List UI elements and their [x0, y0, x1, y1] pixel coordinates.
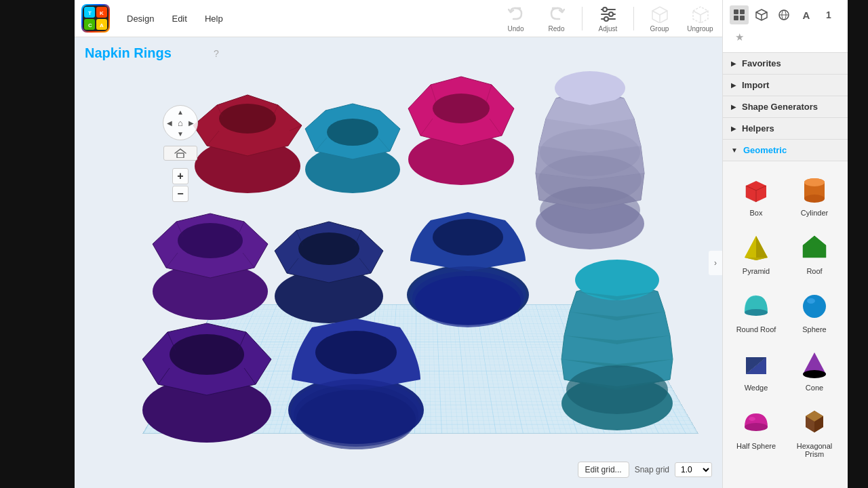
snap-grid-label: Snap grid — [635, 465, 669, 474]
panel-toggle-arrow[interactable]: › — [709, 251, 722, 275]
redo-label: Redo — [549, 25, 565, 33]
svg-text:A: A — [100, 22, 104, 28]
right-panel: A 1 ★ ▶ Favorites ▶ Import ▶ Shape Gener… — [722, 0, 848, 488]
shape-generators-title: Shape Generators — [742, 102, 818, 112]
panel-sphere-icon[interactable] — [774, 5, 793, 24]
shapes-grid: Box Cylinder — [723, 161, 848, 469]
panel-number-icon[interactable]: 1 — [819, 5, 838, 24]
geometric-section-header[interactable]: ▼ Geometric — [723, 140, 848, 161]
svg-rect-43 — [734, 9, 738, 14]
svg-text:C: C — [88, 22, 92, 28]
svg-text:K: K — [100, 10, 104, 16]
nav-compass[interactable]: ▲ ◀ ⌂ ▶ ▼ — [163, 105, 198, 140]
redo-button[interactable]: Redo — [541, 5, 572, 33]
toolbar: T K C A Design Edit Help Undo — [75, 0, 722, 37]
nav-s[interactable]: ▼ — [175, 128, 186, 139]
box-icon — [739, 172, 773, 206]
toolbar-divider-1 — [582, 7, 583, 30]
panel-cube-icon[interactable] — [752, 5, 771, 24]
shape-sphere[interactable]: Sphere — [788, 285, 841, 338]
cylinder-icon — [797, 172, 831, 206]
svg-point-20 — [555, 71, 625, 105]
zoom-out-button[interactable]: − — [172, 186, 189, 202]
svg-point-34 — [575, 260, 659, 300]
group-button[interactable]: Group — [644, 5, 675, 33]
panel-top-icons: A 1 ★ — [723, 0, 848, 53]
undo-icon — [505, 5, 527, 24]
menu-items: Design Edit Help — [119, 9, 231, 28]
canvas-area[interactable]: Napkin Rings ? ▲ ◀ ⌂ ▶ ▼ — [75, 37, 722, 488]
sphere-icon — [797, 289, 831, 323]
snap-grid-select[interactable]: 1.0 0.5 2.0 — [675, 462, 712, 477]
svg-point-35 — [566, 365, 668, 414]
panel-text-icon[interactable]: A — [797, 5, 816, 24]
svg-point-29 — [433, 219, 503, 256]
menu-design[interactable]: Design — [119, 9, 162, 28]
shape-generators-section-header[interactable]: ▶ Shape Generators — [723, 96, 848, 118]
svg-point-52 — [804, 178, 825, 186]
wedge-label: Wedge — [745, 384, 768, 392]
svg-rect-46 — [740, 16, 745, 20]
menu-help[interactable]: Help — [197, 9, 231, 28]
app-logo[interactable]: T K C A — [81, 4, 110, 33]
pyramid-icon — [739, 230, 773, 264]
svg-text:T: T — [88, 10, 92, 16]
svg-point-66 — [803, 370, 826, 378]
svg-point-67 — [745, 423, 768, 431]
panel-star-icon[interactable]: ★ — [730, 28, 749, 47]
shape-cone[interactable]: Cone — [788, 343, 841, 396]
favorites-title: Favorites — [742, 58, 781, 68]
shape-pyramid[interactable]: Pyramid — [730, 226, 783, 279]
import-section-header[interactable]: ▶ Import — [723, 75, 848, 96]
adjust-label: Adjust — [599, 25, 618, 33]
svg-rect-45 — [734, 16, 738, 20]
3d-scene — [142, 71, 712, 471]
nav-center[interactable]: ⌂ — [175, 117, 186, 128]
nav-e[interactable]: ▶ — [186, 117, 197, 128]
shape-generators-arrow: ▶ — [731, 103, 736, 110]
svg-point-14 — [219, 104, 276, 134]
ungroup-label: Ungroup — [687, 25, 713, 33]
main-area: T K C A Design Edit Help Undo — [75, 0, 722, 488]
svg-point-23 — [540, 129, 640, 176]
edit-grid-button[interactable]: Edit grid... — [578, 462, 629, 478]
shape-round-roof[interactable]: Round Roof — [730, 285, 783, 338]
home-view-button[interactable] — [163, 146, 197, 161]
shape-cylinder[interactable]: Cylinder — [788, 168, 841, 221]
geometric-arrow: ▼ — [731, 146, 738, 154]
menu-edit[interactable]: Edit — [163, 9, 195, 28]
help-icon[interactable]: ? — [214, 48, 219, 59]
shape-half-sphere[interactable]: Half Sphere — [730, 401, 783, 462]
adjust-button[interactable]: Adjust — [593, 5, 623, 33]
svg-rect-44 — [740, 9, 745, 14]
nav-n[interactable]: ▲ — [175, 106, 186, 117]
shape-wedge[interactable]: Wedge — [730, 343, 783, 396]
zoom-in-button[interactable]: + — [172, 168, 189, 184]
undo-button[interactable]: Undo — [500, 5, 531, 33]
wedge-icon — [739, 347, 773, 381]
svg-point-68 — [749, 417, 755, 421]
import-title: Import — [742, 80, 769, 90]
zoom-controls: + − — [172, 168, 189, 202]
nav-se — [186, 128, 197, 139]
shape-roof[interactable]: Roof — [788, 226, 841, 279]
svg-point-62 — [807, 298, 815, 304]
svg-marker-54 — [756, 236, 768, 260]
group-icon — [649, 5, 671, 24]
half-sphere-icon — [739, 405, 773, 439]
shape-hexagonal-prism[interactable]: Hexagonal Prism — [788, 401, 841, 462]
roof-label: Roof — [806, 267, 822, 275]
favorites-arrow: ▶ — [731, 60, 736, 67]
panel-grid-icon[interactable] — [730, 5, 749, 24]
nav-sw — [164, 128, 175, 139]
nav-w[interactable]: ◀ — [164, 117, 175, 128]
svg-point-61 — [803, 295, 826, 318]
pyramid-label: Pyramid — [743, 267, 770, 275]
helpers-section-header[interactable]: ▶ Helpers — [723, 118, 848, 140]
adjust-icon — [597, 5, 619, 24]
favorites-section-header[interactable]: ▶ Favorites — [723, 53, 848, 75]
redo-icon — [546, 5, 568, 24]
shape-box[interactable]: Box — [730, 168, 783, 221]
nav-ne — [186, 106, 197, 117]
ungroup-button[interactable]: Ungroup — [685, 5, 715, 33]
